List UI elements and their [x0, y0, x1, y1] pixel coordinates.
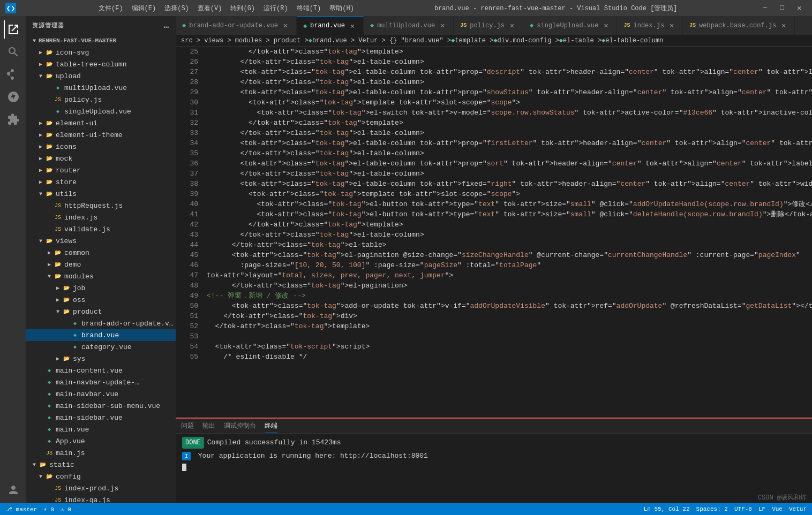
sidebar-item-httprequest[interactable]: ▶ JS httpRequest.js [26, 200, 176, 211]
sidebar-item-policy[interactable]: ▶ JS policy.js [26, 94, 176, 105]
status-encoding[interactable]: UTF-8 [734, 506, 752, 512]
tab-singleupload[interactable]: ◆ singleUpload.vue ✕ [523, 16, 617, 35]
tab-close-button[interactable]: ✕ [779, 21, 788, 30]
tab-close-button[interactable]: ✕ [348, 21, 357, 30]
sidebar-item-store[interactable]: ▶ 📂 store [26, 176, 176, 188]
sidebar-item-app-vue[interactable]: ▶ ◆ App.vue [26, 435, 176, 447]
sidebar-item-product[interactable]: ▼ 📂 product [26, 306, 176, 317]
sidebar-item-main-navbar-update[interactable]: ▶ ◆ main-navbar-update-password.vue [26, 376, 176, 388]
folder-icon: 📂 [45, 142, 54, 151]
sidebar-item-brand-add-or-update[interactable]: ▶ ◆ brand-add-or-update.vue [26, 317, 176, 329]
sidebar-item-common[interactable]: ▶ 📂 common [26, 247, 176, 259]
tab-brand-add-or-update[interactable]: ◆ brand-add-or-update.vue ✕ [176, 16, 297, 35]
folder-arrow-icon: ▶ [36, 60, 45, 69]
menu-terminal[interactable]: 终端(T) [297, 4, 321, 13]
status-language[interactable]: Vue [772, 506, 783, 512]
sidebar-item-icons[interactable]: ▶ 📂 icons [26, 141, 176, 153]
sidebar-item-icon-svg[interactable]: ▶ 📂 icon-svg [26, 47, 176, 58]
code-content[interactable]: </tok-attr">class="tok-tag">template> </… [202, 47, 812, 418]
menu-view[interactable]: 查看(V) [198, 4, 222, 13]
editor-terminal-split: 2526272829303132333435363738394041424344… [176, 47, 812, 503]
activity-source-control[interactable] [4, 65, 22, 84]
sidebar-item-router[interactable]: ▶ 📂 router [26, 164, 176, 176]
sidebar-item-validate[interactable]: ▶ JS validate.js [26, 223, 176, 235]
minimize-button[interactable]: − [758, 2, 773, 14]
activity-explorer[interactable] [4, 20, 22, 39]
terminal-content[interactable]: DONE Compiled successfully in 15423ms I … [176, 434, 812, 503]
activity-account[interactable] [4, 481, 22, 499]
sidebar-item-main-sidebar-sub[interactable]: ▶ ◆ main-sidebar-sub-menu.vue [26, 400, 176, 412]
sidebar-item-index-prod[interactable]: ▶ JS index-prod.js [26, 482, 176, 494]
tab-terminal[interactable]: 终端 [265, 419, 277, 433]
menu-file[interactable]: 文件(F) [99, 4, 123, 13]
maximize-button[interactable]: □ [775, 2, 790, 14]
sidebar-item-singleupload[interactable]: ▶ ◆ singleUpload.vue [26, 105, 176, 117]
sidebar-item-config[interactable]: ▼ 📂 config [26, 471, 176, 482]
tab-close-button[interactable]: ✕ [438, 21, 447, 30]
activity-debug[interactable] [4, 88, 22, 106]
close-button[interactable]: ✕ [792, 2, 807, 14]
sidebar-item-utils-index[interactable]: ▶ JS index.js [26, 211, 176, 223]
sidebar-item-sys[interactable]: ▶ 📂 sys [26, 353, 176, 365]
tab-debug-console[interactable]: 调试控制台 [224, 419, 256, 433]
status-branch[interactable]: ⎇ master [5, 506, 37, 513]
sidebar-item-main-content[interactable]: ▶ ◆ main-content.vue [26, 365, 176, 376]
menu-select[interactable]: 选择(S) [164, 4, 189, 13]
sidebar-label: product [73, 308, 102, 316]
activity-extensions[interactable] [4, 110, 22, 128]
sidebar-item-main-js[interactable]: ▶ JS main.js [26, 447, 176, 459]
tab-brand[interactable]: ◆ brand.vue ✕ [297, 16, 364, 35]
sidebar-item-main-navbar[interactable]: ▶ ◆ main-navbar.vue [26, 388, 176, 400]
sidebar-item-element-ui-theme[interactable]: ▶ 📂 element-ui-theme [26, 129, 176, 141]
tab-multiupload[interactable]: ◆ multiUpload.vue ✕ [364, 16, 454, 35]
menu-edit[interactable]: 编辑(E) [132, 4, 156, 13]
tab-close-button[interactable]: ✕ [667, 21, 676, 30]
sidebar-item-category[interactable]: ▶ ◆ category.vue [26, 341, 176, 353]
tab-close-button[interactable]: ✕ [281, 21, 290, 30]
tab-output[interactable]: 输出 [202, 419, 215, 433]
sidebar-more-button[interactable]: … [163, 21, 169, 31]
sidebar-item-modules[interactable]: ▼ 📂 modules [26, 270, 176, 282]
activity-search[interactable] [4, 43, 22, 61]
tab-policy[interactable]: JS policy.js ✕ [454, 16, 523, 35]
status-eol[interactable]: LF [758, 506, 765, 512]
status-errors[interactable]: ⚡ 0 [43, 506, 54, 513]
sidebar-label: main-sidebar.vue [56, 414, 123, 422]
tab-problems[interactable]: 问题 [181, 419, 194, 433]
sidebar-item-multiupload[interactable]: ▶ ◆ multiUpload.vue [26, 82, 176, 94]
status-vetur[interactable]: Vetur [789, 506, 807, 512]
window-controls[interactable]: − □ ✕ [758, 2, 807, 14]
tab-webpack[interactable]: JS webpack.base.conf.js ✕ [683, 16, 795, 35]
sidebar-item-static[interactable]: ▼ 📂 static [26, 459, 176, 471]
breadcrumb-text: el-table-column [605, 37, 663, 44]
sidebar-item-brand[interactable]: ▶ ◆ brand.vue [26, 329, 176, 341]
vue-file-icon: ◆ [71, 331, 79, 339]
terminal-cursor [182, 464, 186, 471]
sidebar-item-views[interactable]: ▼ 📂 views [26, 235, 176, 247]
status-spaces[interactable]: Spaces: 2 [696, 506, 728, 512]
sidebar-item-mock[interactable]: ▶ 📂 mock [26, 153, 176, 164]
sidebar-item-utils[interactable]: ▼ 📂 utils [26, 188, 176, 200]
sidebar-item-index-qa[interactable]: ▶ JS index-qa.js [26, 494, 176, 503]
tab-index-js[interactable]: JS index.js ✕ [617, 16, 683, 35]
sidebar-item-oss[interactable]: ▶ 📂 oss [26, 294, 176, 306]
code-line: </tok-attr">class="tok-tag">el-paginatio… [207, 281, 812, 291]
status-position[interactable]: Ln 55, Col 22 [644, 506, 690, 512]
tab-close-button[interactable]: ✕ [508, 21, 516, 30]
status-warnings[interactable]: ⚠ 0 [61, 506, 71, 513]
sidebar-item-demo[interactable]: ▶ 📂 demo [26, 259, 176, 270]
menu-help[interactable]: 帮助(H) [329, 4, 354, 13]
sidebar-item-job[interactable]: ▶ 📂 job [26, 282, 176, 294]
menu-goto[interactable]: 转到(G) [230, 4, 255, 13]
code-editor[interactable]: 2526272829303132333435363738394041424344… [176, 47, 812, 418]
sidebar-item-main-vue[interactable]: ▶ ◆ main.vue [26, 423, 176, 435]
sidebar-item-element-ui[interactable]: ▶ 📂 element-ui [26, 117, 176, 129]
sidebar-item-upload[interactable]: ▼ 📂 upload [26, 70, 176, 82]
folder-open-icon: 📂 [45, 72, 54, 80]
sidebar-item-main-sidebar[interactable]: ▶ ◆ main-sidebar.vue [26, 412, 176, 423]
tab-close-button[interactable]: ✕ [602, 21, 610, 30]
menu-bar[interactable]: 文件(F) 编辑(E) 选择(S) 查看(V) 转到(G) 运行(R) 终端(T… [99, 4, 354, 13]
sidebar-item-table-tree-column[interactable]: ▶ 📂 table-tree-column [26, 58, 176, 70]
project-root[interactable]: ▼ RENREN-FAST-VUE-MASTER [26, 35, 176, 47]
menu-run[interactable]: 运行(R) [264, 4, 288, 13]
